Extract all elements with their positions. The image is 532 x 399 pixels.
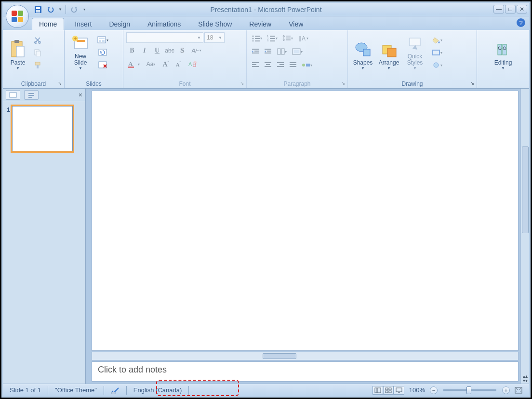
svg-rect-57 — [265, 62, 271, 63]
status-zoom-percent[interactable]: 100% — [406, 386, 428, 394]
delete-slide-button[interactable] — [95, 59, 110, 71]
slides-tab[interactable] — [6, 90, 20, 100]
underline-button[interactable]: U — [151, 45, 163, 56]
save-button[interactable] — [33, 4, 43, 15]
shapes-button[interactable]: Shapes▼ — [351, 32, 375, 72]
font-color-button[interactable]: A▾ — [126, 58, 142, 70]
shape-fill-button[interactable]: ▾ — [429, 34, 445, 46]
shape-outline-button[interactable]: ▾ — [429, 47, 445, 58]
align-left-icon — [252, 62, 259, 68]
vertical-scrollbar[interactable]: ▴▴▾▾ — [520, 89, 529, 384]
arrange-button[interactable]: Arrange▼ — [377, 32, 401, 72]
clipboard-dialog-launcher[interactable]: ↘ — [56, 80, 63, 86]
align-left-button[interactable] — [250, 59, 261, 71]
decrease-indent-icon — [252, 48, 259, 55]
separator — [48, 386, 48, 395]
tab-animations[interactable]: Animations — [141, 18, 187, 30]
clear-formatting-button[interactable]: AB — [185, 58, 200, 70]
format-painter-icon — [34, 61, 41, 69]
format-painter-button[interactable] — [32, 59, 43, 71]
paste-button[interactable]: Paste ▼ — [6, 32, 30, 72]
editing-button[interactable]: Editing▼ — [491, 32, 515, 72]
notes-pane[interactable]: Click to add notes — [92, 361, 519, 382]
change-case-button[interactable]: Aa▾ — [143, 58, 159, 70]
office-button[interactable] — [6, 5, 29, 28]
tab-review[interactable]: Review — [242, 18, 278, 30]
h-scroll-thumb[interactable] — [263, 353, 296, 359]
align-center-button[interactable] — [262, 59, 274, 71]
svg-point-66 — [302, 64, 305, 66]
layout-button[interactable]: ▾ — [95, 34, 110, 46]
copy-button[interactable] — [32, 47, 43, 58]
v-scroll-thumb[interactable] — [522, 146, 529, 233]
tab-design[interactable]: Design — [102, 18, 137, 30]
panel-close-button[interactable]: × — [79, 91, 82, 99]
redo-button[interactable] — [69, 4, 80, 15]
font-size-combo[interactable]: 18▼ — [204, 32, 225, 43]
close-button[interactable]: ✕ — [517, 5, 527, 13]
align-right-button[interactable] — [275, 59, 286, 71]
zoom-slider-thumb[interactable] — [466, 386, 471, 394]
align-text-button[interactable]: ▾ — [290, 46, 305, 57]
char-spacing-button[interactable]: AV↔▾ — [189, 45, 204, 56]
prev-next-slide[interactable]: ▴▴▾▾ — [523, 373, 528, 384]
font-family-combo[interactable]: ▼ — [126, 32, 203, 43]
status-slide-count[interactable]: Slide 1 of 1 — [7, 386, 44, 394]
bold-button[interactable]: B — [126, 45, 138, 56]
drawing-dialog-launcher[interactable]: ↘ — [469, 80, 476, 86]
zoom-out-button[interactable]: − — [430, 386, 438, 394]
workspace: × 1 Click to add notes ▴▴▾▾ — [3, 89, 529, 384]
help-button[interactable]: ? — [517, 18, 525, 27]
spellcheck-button[interactable] — [108, 387, 122, 394]
numbering-button[interactable]: 123▾ — [265, 32, 279, 44]
normal-view-icon — [374, 387, 381, 393]
slide-canvas[interactable] — [92, 91, 519, 351]
undo-button[interactable] — [45, 4, 56, 15]
undo-dropdown[interactable]: ▼ — [58, 4, 63, 15]
tab-slide-show[interactable]: Slide Show — [191, 18, 239, 30]
slideshow-view-button[interactable] — [394, 386, 404, 395]
columns-button[interactable]: ▾ — [275, 46, 289, 57]
quick-styles-button[interactable]: QuickStyles▼ — [403, 32, 427, 72]
tab-home[interactable]: Home — [32, 18, 64, 30]
smartart-button[interactable]: ▾ — [300, 59, 314, 71]
ribbon-tabs: Home Insert Design Animations Slide Show… — [3, 16, 529, 30]
status-theme[interactable]: "Office Theme" — [52, 386, 100, 394]
cut-button[interactable] — [32, 34, 43, 46]
minimize-button[interactable]: — — [493, 5, 504, 13]
shrink-font-button[interactable]: Aˇ — [173, 58, 184, 70]
shape-fill-icon — [432, 37, 440, 43]
outline-tab[interactable] — [24, 90, 39, 100]
tab-view[interactable]: View — [282, 18, 310, 30]
strikethrough-button[interactable]: abc — [164, 45, 175, 56]
zoom-slider[interactable] — [443, 389, 496, 391]
italic-button[interactable]: I — [139, 45, 150, 56]
maximize-button[interactable]: □ — [505, 5, 516, 13]
line-spacing-button[interactable]: ▾ — [280, 32, 295, 44]
status-language[interactable]: English (Canada) — [131, 386, 185, 394]
window-title: Presentation1 - Microsoft PowerPoint — [210, 6, 321, 13]
sorter-view-button[interactable] — [383, 386, 394, 395]
paragraph-dialog-launcher[interactable]: ↘ — [340, 80, 346, 86]
grow-font-button[interactable]: Aˆ — [160, 58, 172, 70]
increase-indent-button[interactable] — [262, 46, 274, 57]
horizontal-scrollbar[interactable] — [92, 352, 519, 360]
decrease-indent-button[interactable] — [250, 46, 261, 57]
fit-to-window-button[interactable] — [512, 387, 525, 394]
qat-customize[interactable]: ▾ — [81, 4, 87, 15]
svg-rect-3 — [18, 17, 23, 22]
justify-button[interactable] — [287, 59, 299, 71]
new-slide-button[interactable]: NewSlide ▼ — [67, 32, 93, 72]
normal-view-button[interactable] — [372, 386, 383, 395]
group-editing: Editing▼ — [477, 30, 529, 88]
svg-rect-88 — [386, 388, 388, 390]
font-dialog-launcher[interactable]: ↘ — [239, 80, 245, 86]
tab-insert[interactable]: Insert — [68, 18, 98, 30]
reset-button[interactable] — [95, 47, 110, 58]
shape-effects-button[interactable]: ▾ — [429, 59, 445, 71]
bullets-button[interactable]: ▾ — [250, 32, 264, 44]
text-direction-button[interactable]: ‖A▾ — [296, 32, 310, 44]
slide-thumbnail-1[interactable] — [12, 106, 73, 151]
shadow-button[interactable]: S — [176, 45, 188, 56]
zoom-in-button[interactable]: + — [502, 386, 510, 394]
